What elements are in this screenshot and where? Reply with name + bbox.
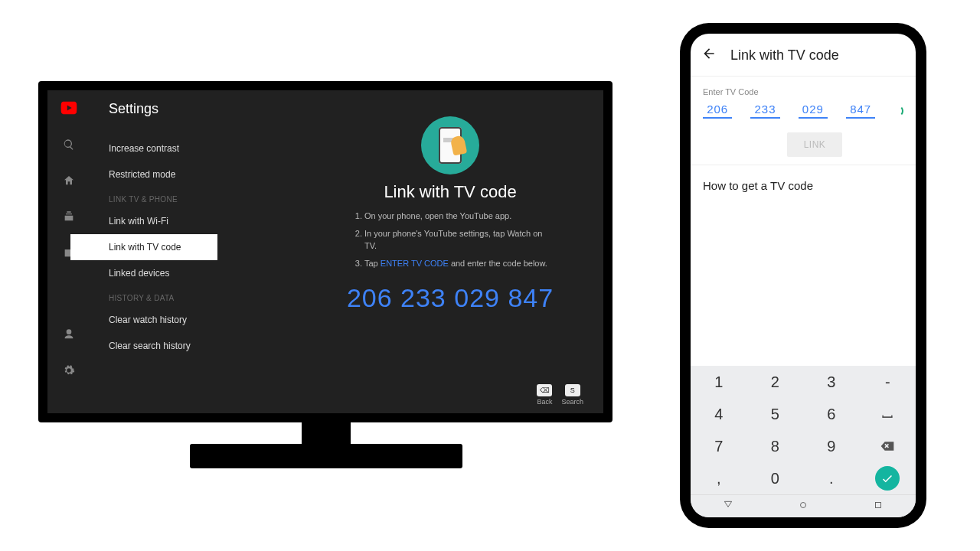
back-arrow-icon[interactable]: [701, 46, 717, 65]
key-8[interactable]: 8: [747, 430, 804, 462]
menu-item-link-tv-code[interactable]: Link with TV code: [70, 234, 217, 260]
hero-illustration: [421, 116, 479, 174]
detail-heading: Link with TV code: [320, 182, 580, 202]
search-icon[interactable]: [63, 139, 75, 153]
back-key-icon: ⌫: [537, 384, 552, 396]
svg-point-1: [801, 502, 806, 507]
search-key-icon: S: [565, 384, 580, 396]
tv-screen: Settings Increase contrast Restricted mo…: [47, 90, 603, 413]
menu-item-clear-search-history[interactable]: Clear search history: [90, 333, 297, 359]
loading-spinner-icon: [893, 106, 903, 116]
tv-code: 206 233 029 847: [320, 283, 580, 313]
key-space[interactable]: [860, 398, 916, 430]
subscriptions-icon[interactable]: [63, 210, 75, 225]
code-form: Enter TV Code 206 233 029 847 LINK: [691, 77, 916, 165]
key-1[interactable]: 1: [691, 366, 747, 398]
nav-back-icon[interactable]: [723, 500, 733, 514]
svg-rect-2: [876, 502, 881, 507]
key-dash[interactable]: -: [860, 366, 916, 398]
key-2[interactable]: 2: [747, 366, 804, 398]
key-4[interactable]: 4: [691, 398, 747, 430]
youtube-logo-icon: [60, 101, 77, 117]
remote-hints: ⌫ Back S Search: [537, 384, 583, 406]
key-7[interactable]: 7: [691, 430, 747, 462]
home-icon[interactable]: [63, 174, 75, 189]
key-9[interactable]: 9: [803, 430, 860, 462]
instruction-step: On your phone, open the YouTube app.: [364, 210, 550, 223]
key-backspace[interactable]: [860, 430, 916, 462]
key-3[interactable]: 3: [803, 366, 860, 398]
key-enter[interactable]: [860, 462, 916, 494]
code-input-4[interactable]: 847: [846, 103, 875, 119]
instruction-step: Tap ENTER TV CODE and enter the code bel…: [364, 257, 550, 270]
menu-item-restricted-mode[interactable]: Restricted mode: [90, 161, 297, 187]
phone-frame: Link with TV code Enter TV Code 206 233 …: [680, 23, 926, 528]
instruction-step: In your phone's YouTube settings, tap Wa…: [364, 227, 550, 253]
nav-home-icon[interactable]: [798, 500, 808, 514]
code-input-3[interactable]: 029: [799, 103, 828, 119]
svg-marker-0: [724, 501, 731, 507]
key-6[interactable]: 6: [803, 398, 860, 430]
gear-icon[interactable]: [63, 364, 75, 379]
hint-search: S Search: [561, 384, 583, 406]
section-history-data: HISTORY & DATA: [90, 286, 297, 307]
field-label: Enter TV Code: [703, 87, 903, 96]
tv-frame: Settings Increase contrast Restricted mo…: [38, 81, 612, 422]
page-title: Settings: [90, 96, 297, 135]
account-icon[interactable]: [63, 328, 75, 343]
key-0[interactable]: 0: [747, 462, 804, 494]
section-link-tv-phone: LINK TV & PHONE: [90, 187, 297, 208]
numeric-keypad: 1 2 3 - 4 5 6 7 8 9 , 0 .: [691, 366, 916, 494]
nav-recent-icon[interactable]: [873, 500, 884, 514]
key-comma[interactable]: ,: [691, 462, 747, 494]
detail-pane: Link with TV code On your phone, open th…: [297, 90, 603, 413]
appbar-title: Link with TV code: [730, 47, 839, 64]
hint-back: ⌫ Back: [537, 384, 552, 406]
android-navbar: [691, 494, 916, 517]
appbar: Link with TV code: [691, 34, 916, 77]
check-icon: [875, 466, 900, 491]
howto-link[interactable]: How to get a TV code: [691, 165, 916, 206]
instruction-list: On your phone, open the YouTube app. In …: [351, 210, 550, 269]
menu-item-clear-watch-history[interactable]: Clear watch history: [90, 307, 297, 333]
key-5[interactable]: 5: [747, 398, 804, 430]
menu-item-link-wifi[interactable]: Link with Wi-Fi: [90, 208, 297, 234]
key-period[interactable]: .: [803, 462, 860, 494]
code-input-2[interactable]: 233: [750, 103, 779, 119]
settings-menu: Settings Increase contrast Restricted mo…: [90, 90, 297, 413]
code-groups: 206 233 029 847: [703, 103, 903, 119]
menu-item-linked-devices[interactable]: Linked devices: [90, 260, 297, 286]
link-button[interactable]: LINK: [787, 132, 842, 157]
menu-item-increase-contrast[interactable]: Increase contrast: [90, 135, 297, 161]
code-input-1[interactable]: 206: [703, 103, 732, 119]
phone-screen: Link with TV code Enter TV Code 206 233 …: [691, 34, 916, 517]
tv-stand: [190, 444, 462, 468]
